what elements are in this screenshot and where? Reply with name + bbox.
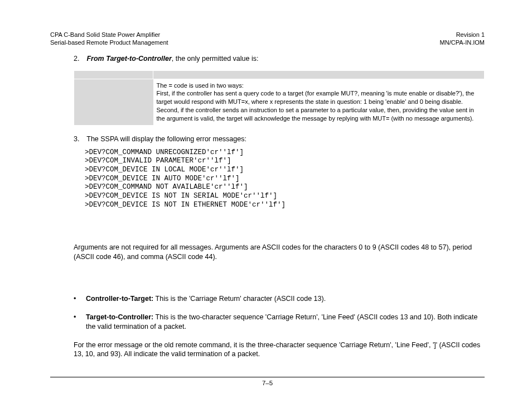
closing-paragraph: For the error message or the old remote … [74, 341, 485, 360]
bullet1-lead: Controller-to-Target: [86, 295, 153, 303]
header-left: CPA C-Band Solid State Power Amplifier S… [50, 31, 168, 47]
header-right: Revision 1 MN/CPA-IN.IOM [440, 31, 485, 47]
error-messages-block: >DEV?COM_COMMAND UNRECOGNIZED'cr''lf'] >… [85, 148, 485, 209]
header-left-line1: CPA C-Band Solid State Power Amplifier [50, 31, 160, 38]
item2-tail: , the only permitted value is: [172, 55, 259, 63]
arguments-paragraph: Arguments are not required for all messa… [74, 243, 485, 262]
item2-lead: From Target-to-Controller [86, 55, 171, 63]
bullet-item: • Target-to-Controller: This is the two-… [74, 313, 485, 332]
list-number-3: 3. [74, 135, 85, 143]
header-right-line2: MN/CPA-IN.IOM [440, 39, 485, 46]
bullet-icon: • [74, 313, 86, 332]
bullet2-lead: Target-to-Controller: [86, 313, 153, 321]
code-desc-p2: First, if the controller has sent a quer… [157, 89, 481, 106]
code-desc-p1: The = code is used in two ways: [157, 82, 481, 90]
header-right-line1: Revision 1 [456, 31, 485, 38]
bullet1-tail: This is the 'Carriage Return' character … [153, 295, 326, 303]
list-item-2: 2. From Target-to-Controller, the only p… [74, 55, 485, 63]
table-header-cell [153, 70, 485, 79]
page-number: 7–5 [262, 380, 273, 386]
page-footer: 7–5 [50, 377, 485, 386]
page-header: CPA C-Band Solid State Power Amplifier S… [50, 31, 485, 47]
list-number-2: 2. [74, 55, 85, 63]
page: CPA C-Band Solid State Power Amplifier S… [0, 0, 532, 359]
bullet-list: • Controller-to-Target: This is the 'Car… [74, 294, 485, 332]
bullet-item: • Controller-to-Target: This is the 'Car… [74, 294, 485, 304]
code-description-table: The = code is used in two ways: First, i… [74, 70, 485, 125]
header-left-line2: Serial-based Remote Product Management [50, 39, 168, 46]
item3-text: The SSPA will display the following erro… [86, 135, 246, 143]
table-description-cell: The = code is used in two ways: First, i… [153, 79, 485, 125]
bullet-icon: • [74, 294, 86, 304]
code-desc-p3: Second, if the controller sends an instr… [157, 106, 481, 123]
list-item-3: 3. The SSPA will display the following e… [74, 135, 485, 143]
table-header-cell [74, 70, 153, 79]
table-left-cell [74, 79, 153, 125]
